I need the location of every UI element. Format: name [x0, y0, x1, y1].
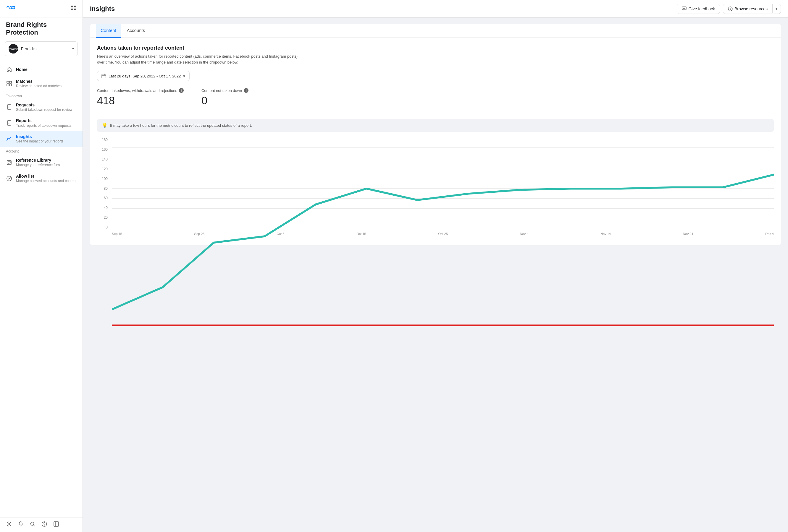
main-nav: Home Matches Review detected ad matches …	[0, 61, 82, 189]
home-icon	[6, 66, 13, 73]
sidebar-item-reports-label: Reports	[16, 118, 72, 123]
panel-title: Actions taken for reported content	[97, 45, 774, 51]
app-title: Brand Rights Protection	[0, 17, 82, 41]
requests-icon	[6, 104, 13, 110]
y-label-180: 180	[97, 138, 110, 142]
stat-takedowns: Content takedowns, withdrawals and rejec…	[97, 88, 184, 107]
stat-takedowns-value: 418	[97, 95, 184, 107]
date-filter-chevron: ▾	[183, 74, 185, 78]
sidebar-item-matches-label: Matches	[16, 79, 61, 84]
date-filter[interactable]: Last 28 days: Sep 20, 2022 - Oct 17, 202…	[97, 71, 190, 81]
sidebar-item-requests[interactable]: Requests Submit takedown request for rev…	[0, 99, 82, 115]
x-label-dec4: Dec 4	[765, 232, 774, 236]
insights-icon	[6, 136, 13, 142]
browse-resources-main[interactable]: Browse resources	[723, 4, 772, 14]
y-label-60: 60	[97, 196, 110, 200]
notice-bar: 💡 It may take a few hours for the metric…	[97, 119, 774, 132]
matches-icon	[6, 80, 13, 87]
sidebar-item-allow-list[interactable]: Allow list Manage allowed accounts and c…	[0, 170, 82, 186]
svg-rect-20	[8, 161, 11, 163]
browse-resources-dropdown[interactable]: ▾	[772, 4, 781, 13]
svg-rect-31	[682, 7, 686, 10]
sidebar-item-insights[interactable]: Insights See the impact of your reports	[0, 131, 82, 147]
svg-text:Feroldis: Feroldis	[8, 47, 18, 50]
stat-not-taken-down: Content not taken down i 0	[201, 88, 249, 107]
settings-icon[interactable]	[6, 521, 12, 529]
meta-logo-icon	[6, 5, 17, 13]
meta-logo	[6, 5, 17, 13]
browse-resources-button[interactable]: Browse resources ▾	[723, 4, 781, 14]
sidebar-item-reference-library[interactable]: Reference Library Manage your reference …	[0, 155, 82, 170]
sidebar-item-matches-subtitle: Review detected ad matches	[16, 84, 61, 89]
x-label-nov24: Nov 24	[683, 232, 693, 236]
feedback-icon	[682, 6, 687, 11]
y-label-140: 140	[97, 157, 110, 161]
y-label-40: 40	[97, 206, 110, 210]
lightbulb-icon: 💡	[102, 123, 108, 128]
sidebar-bottom	[0, 517, 82, 532]
help-icon[interactable]	[41, 521, 47, 529]
sidebar-item-reports-subtitle: Track reports of takedown requests	[16, 124, 72, 128]
stats-row: Content takedowns, withdrawals and rejec…	[97, 88, 774, 113]
content-panel: Actions taken for reported content Here'…	[90, 38, 781, 245]
svg-rect-2	[71, 8, 73, 11]
give-feedback-button[interactable]: Give feedback	[677, 4, 720, 14]
sidebar-header	[0, 0, 82, 17]
y-label-20: 20	[97, 216, 110, 220]
sidebar-item-reports[interactable]: Reports Track reports of takedown reques…	[0, 115, 82, 131]
tab-content[interactable]: Content	[96, 24, 121, 38]
sidebar-item-allow-list-subtitle: Manage allowed accounts and content	[16, 179, 77, 184]
reports-icon	[6, 120, 13, 126]
x-label-sep25: Sep 25	[194, 232, 205, 236]
account-section-label: Account	[0, 147, 82, 155]
svg-point-23	[8, 523, 10, 525]
reference-library-icon	[6, 159, 13, 166]
svg-point-28	[44, 525, 45, 526]
tabs-container: Content Accounts	[90, 24, 781, 38]
sidebar-toggle-icon[interactable]	[53, 521, 59, 529]
y-label-100: 100	[97, 177, 110, 181]
x-label-oct25: Oct 25	[438, 232, 448, 236]
sidebar-item-home[interactable]: Home	[0, 63, 82, 76]
sidebar-item-requests-label: Requests	[16, 102, 73, 107]
svg-rect-35	[102, 74, 106, 78]
svg-rect-29	[54, 521, 59, 526]
main-header: Insights Give feedback Browse re	[83, 0, 788, 18]
svg-rect-6	[7, 81, 9, 83]
stat-takedowns-info-icon[interactable]: i	[179, 88, 184, 93]
chart-container: 0 20 40 60 80 100 120 140 160 180	[97, 138, 774, 238]
stat-not-taken-down-value: 0	[201, 95, 249, 107]
svg-rect-1	[74, 6, 76, 7]
calendar-icon	[101, 74, 106, 78]
y-label-120: 120	[97, 167, 110, 171]
svg-rect-7	[9, 81, 12, 83]
svg-rect-8	[7, 84, 9, 86]
y-label-0: 0	[97, 225, 110, 229]
y-label-160: 160	[97, 147, 110, 151]
x-label-nov4: Nov 4	[520, 232, 529, 236]
grid-icon[interactable]	[71, 5, 77, 13]
y-label-80: 80	[97, 186, 110, 191]
svg-point-22	[7, 176, 12, 181]
account-selector[interactable]: Feroldis Feroldi's ▾	[5, 41, 78, 56]
page-title: Insights	[90, 5, 115, 13]
main-area: Insights Give feedback Browse re	[83, 0, 788, 532]
header-actions: Give feedback Browse resources ▾	[677, 4, 781, 14]
stat-not-taken-down-info-icon[interactable]: i	[244, 88, 249, 93]
notifications-icon[interactable]	[18, 521, 24, 529]
x-label-oct5: Oct 5	[277, 232, 284, 236]
search-icon[interactable]	[29, 521, 36, 529]
date-filter-label: Last 28 days: Sep 20, 2022 - Oct 17, 202…	[109, 74, 181, 78]
sidebar-item-insights-label: Insights	[16, 134, 64, 139]
sidebar-item-allow-list-label: Allow list	[16, 173, 77, 179]
info-icon	[728, 6, 733, 11]
tab-accounts[interactable]: Accounts	[122, 24, 150, 38]
sidebar-item-home-label: Home	[16, 67, 27, 72]
svg-line-26	[34, 525, 35, 526]
sidebar: Brand Rights Protection Feroldis Feroldi…	[0, 0, 83, 532]
sidebar-item-reference-library-label: Reference Library	[16, 158, 60, 163]
panel-description: Here's an overview of actions taken for …	[97, 54, 304, 65]
chart-y-labels: 0 20 40 60 80 100 120 140 160 180	[97, 138, 110, 229]
x-label-sep15: Sep 15	[112, 232, 122, 236]
sidebar-item-matches[interactable]: Matches Review detected ad matches	[0, 76, 82, 91]
